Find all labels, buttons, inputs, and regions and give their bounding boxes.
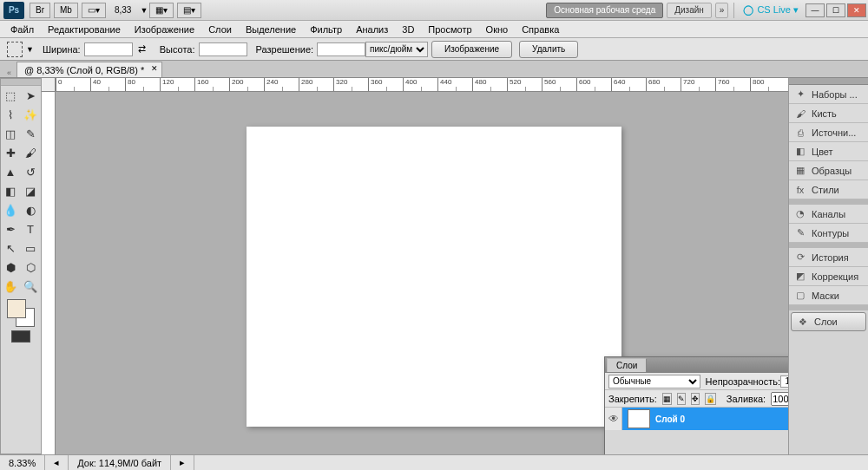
wand-tool[interactable]: ✨ <box>21 105 40 124</box>
tools-handle[interactable] <box>1 79 41 86</box>
type-tool[interactable]: T <box>21 219 40 238</box>
fg-color-swatch[interactable] <box>7 299 26 318</box>
menu-file[interactable]: Файл <box>3 23 41 36</box>
heal-tool[interactable]: ✚ <box>1 143 20 162</box>
color-swatches[interactable] <box>7 299 35 327</box>
layers-panel-tab[interactable]: Слои <box>607 358 647 372</box>
panel-masks[interactable]: ▢Маски <box>789 286 868 305</box>
channels-icon: ◔ <box>794 208 806 220</box>
crop-tool[interactable]: ◫ <box>1 124 20 143</box>
menu-layers[interactable]: Слои <box>201 23 239 36</box>
window-min-button[interactable]: — <box>806 3 825 17</box>
eyedropper-tool[interactable]: ✎ <box>21 124 40 143</box>
dock-handle[interactable] <box>789 78 868 85</box>
workspace-essentials[interactable]: Основная рабочая среда <box>546 3 663 18</box>
swap-dims-icon[interactable]: ⇄ <box>138 43 146 55</box>
panel-brush[interactable]: 🖌Кисть <box>789 104 868 123</box>
zoom-down-icon[interactable]: ▼ <box>140 6 148 15</box>
bridge-button[interactable]: Br <box>30 3 50 18</box>
ruler-origin[interactable] <box>42 78 56 92</box>
panel-styles[interactable]: fxСтили <box>789 180 868 199</box>
crop-tool-icon[interactable] <box>7 42 23 57</box>
opacity-input[interactable] <box>780 375 788 388</box>
move-tool[interactable]: ⬚ <box>1 86 20 105</box>
menu-window[interactable]: Окно <box>479 23 516 36</box>
blend-mode-select[interactable]: Обычные <box>608 375 700 388</box>
lock-brush-icon[interactable]: ✎ <box>677 393 686 405</box>
zoom-tool[interactable]: 🔍 <box>21 277 40 296</box>
screen-mode-button[interactable]: ▭▾ <box>82 3 106 18</box>
status-nav-right-icon[interactable]: ▸ <box>171 455 194 470</box>
window-close-button[interactable]: ✕ <box>847 3 866 17</box>
menu-help[interactable]: Справка <box>515 23 566 36</box>
lock-all-icon[interactable]: 🔒 <box>705 393 716 405</box>
panel-adjustments[interactable]: ◩Коррекция <box>789 267 868 286</box>
app-logo: Ps <box>3 2 24 19</box>
document-canvas[interactable] <box>247 127 621 427</box>
lock-position-icon[interactable]: ✥ <box>691 393 700 405</box>
panel-swatches[interactable]: ▦Образцы <box>789 161 868 180</box>
layer-visibility-icon[interactable]: 👁 <box>605 408 622 430</box>
menu-filter[interactable]: Фильтр <box>303 23 349 36</box>
panel-paths[interactable]: ✎Контуры <box>789 224 868 243</box>
arrange-button[interactable]: ▦▾ <box>149 3 174 18</box>
history-brush-tool[interactable]: ↺ <box>21 162 40 181</box>
panel-color[interactable]: ◧Цвет <box>789 142 868 161</box>
layers-panel-collapse-icon[interactable]: ▸▸ <box>787 361 788 370</box>
shape-tool[interactable]: ▭ <box>21 238 40 258</box>
layer-name[interactable]: Слой 0 <box>655 415 685 424</box>
panel-presets[interactable]: ✦Наборы ... <box>789 85 868 104</box>
3d-tool[interactable]: ⬢ <box>1 258 20 277</box>
status-zoom[interactable]: 8.33% <box>0 455 45 470</box>
menu-image[interactable]: Изображение <box>128 23 201 36</box>
eraser-tool[interactable]: ◧ <box>1 181 20 200</box>
3d-camera-tool[interactable]: ⬡ <box>21 258 40 277</box>
tool-preset-dropdown-icon[interactable]: ▼ <box>26 45 34 54</box>
window-max-button[interactable]: ☐ <box>826 3 845 17</box>
document-tab[interactable]: @ 8,33% (Слой 0, RGB/8) * ✕ <box>16 62 162 77</box>
status-doc-info[interactable]: Док: 114,9M/0 байт <box>69 455 171 470</box>
panel-layers[interactable]: ❖Слои <box>791 312 866 331</box>
paths-icon: ✎ <box>794 227 806 239</box>
menu-select[interactable]: Выделение <box>239 23 303 36</box>
resolution-input[interactable] <box>317 42 365 56</box>
menu-view[interactable]: Просмотр <box>421 23 478 36</box>
front-image-button[interactable]: Изображение <box>431 41 512 58</box>
lock-pixels-icon[interactable]: ▦ <box>662 393 672 405</box>
stamp-tool[interactable]: ▲ <box>1 162 20 181</box>
workspace-more[interactable]: » <box>715 3 729 18</box>
gradient-tool[interactable]: ◪ <box>21 181 40 200</box>
brush-tool[interactable]: 🖌 <box>21 143 40 162</box>
menu-edit[interactable]: Редактирование <box>41 23 128 36</box>
panel-history[interactable]: ⟳История <box>789 248 868 267</box>
clear-button[interactable]: Удалить <box>519 41 578 58</box>
width-input[interactable] <box>84 42 133 56</box>
cslive-menu[interactable]: CS Live ▾ <box>743 4 799 16</box>
layer-row[interactable]: 👁 Слой 0 <box>605 408 788 430</box>
ruler-horizontal[interactable]: 0408012016020024028032036040044048052056… <box>56 78 788 92</box>
dodge-tool[interactable]: ◐ <box>21 200 40 219</box>
resolution-unit-select[interactable]: пикс/дюйм <box>365 42 428 57</box>
close-tab-icon[interactable]: ✕ <box>151 64 158 73</box>
path-tool[interactable]: ↖ <box>1 238 20 258</box>
lasso-tool[interactable]: ⌇ <box>1 105 20 124</box>
workspace-design[interactable]: Дизайн <box>667 3 712 18</box>
quickmask-toggle[interactable] <box>11 330 30 343</box>
panel-clone-source[interactable]: ⎙Источни... <box>789 123 868 142</box>
panel-channels[interactable]: ◔Каналы <box>789 205 868 224</box>
hand-tool[interactable]: ✋ <box>1 277 20 296</box>
zoom-readout[interactable]: 8,33 <box>109 3 136 18</box>
fill-input[interactable] <box>771 392 788 406</box>
minibridge-button[interactable]: Mb <box>54 3 78 18</box>
blur-tool[interactable]: 💧 <box>1 200 20 219</box>
ruler-vertical[interactable] <box>42 92 56 454</box>
pen-tool[interactable]: ✒ <box>1 219 20 238</box>
height-input[interactable] <box>199 42 247 56</box>
menu-analysis[interactable]: Анализ <box>349 23 395 36</box>
arrow-tool[interactable]: ➤ <box>21 86 40 105</box>
layer-thumbnail[interactable] <box>628 409 650 428</box>
menu-3d[interactable]: 3D <box>395 23 421 36</box>
tab-scroll-left-icon[interactable]: « <box>7 69 11 77</box>
extras-button[interactable]: ▤▾ <box>177 3 201 18</box>
status-nav-left-icon[interactable]: ◂ <box>45 455 69 470</box>
